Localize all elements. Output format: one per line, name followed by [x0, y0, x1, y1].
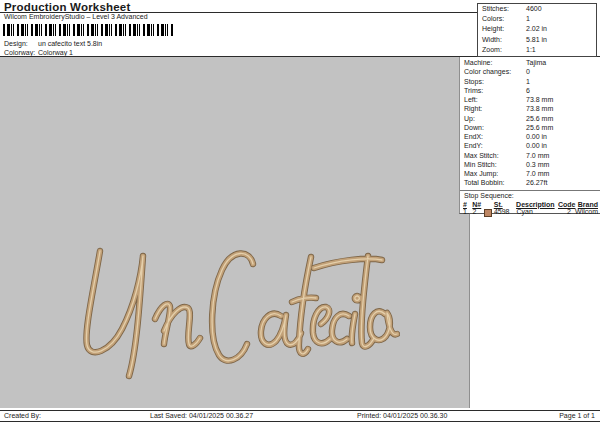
- footer-top-divider: [0, 410, 600, 411]
- col-header-num: #: [463, 201, 472, 208]
- machine-label: Max Jump:: [464, 170, 498, 177]
- machine-label: Trims:: [464, 87, 483, 94]
- col-header-code: Code: [558, 201, 571, 208]
- machine-row: Right:73.8 mm: [460, 105, 600, 114]
- summary-label: Width:: [482, 36, 502, 43]
- stop-num: 1.: [463, 208, 472, 215]
- machine-label: Max Stitch:: [464, 152, 499, 159]
- summary-row: Colors:1: [478, 15, 596, 25]
- design-canvas: [0, 57, 470, 408]
- stop-sequence-header-row: # N# St. Description Code Brand: [460, 201, 600, 208]
- machine-value: 25.6 mm: [526, 124, 553, 131]
- design-text-svg: [70, 243, 400, 383]
- production-worksheet-page: Production Worksheet Wilcom EmbroiderySt…: [0, 0, 600, 424]
- machine-value: 25.6 mm: [526, 115, 553, 122]
- stop-sequence-table: # N# St. Description Code Brand 1. 2 459…: [460, 201, 600, 218]
- machine-row: Up:25.6 mm: [460, 115, 600, 124]
- machine-label: Machine:: [464, 59, 492, 66]
- machine-label: Left:: [464, 96, 478, 103]
- summary-label: Stitches:: [482, 5, 509, 12]
- machine-label: EndX:: [464, 133, 483, 140]
- design-value: un cafecito text 5.8in: [38, 40, 102, 47]
- col-header-description: Description: [516, 201, 558, 208]
- design-summary-box: Stitches:4600 Colors:1 Height:2.02 in Wi…: [477, 3, 597, 57]
- col-header-brand: Brand: [571, 201, 600, 208]
- colorway-row: Colorway:Colorway 1: [4, 49, 73, 56]
- summary-row: Stitches:4600: [478, 5, 596, 15]
- colorway-value: Colorway 1: [38, 49, 73, 56]
- col-header-n: N#: [472, 201, 483, 208]
- summary-value: 5.81 in: [526, 36, 547, 43]
- stop-code: 2: [559, 208, 571, 215]
- summary-row: Width:5.81 in: [478, 36, 596, 46]
- machine-row: Down:25.6 mm: [460, 124, 600, 133]
- machine-row: Color changes:0: [460, 68, 600, 77]
- page-number: Page 1 of 1: [559, 412, 595, 419]
- summary-value: 4600: [526, 5, 542, 12]
- summary-row: Height:2.02 in: [478, 25, 596, 35]
- last-saved-text: Last Saved: 04/01/2025 00.36.27: [150, 412, 253, 419]
- machine-label: Min Stitch:: [464, 161, 497, 168]
- machine-label: Stops:: [464, 78, 484, 85]
- created-by-label: Created By:: [4, 412, 41, 419]
- machine-row: Machine:Tajima: [460, 59, 600, 68]
- machine-value: 7.0 mm: [526, 170, 549, 177]
- machine-row: Max Jump:7.0 mm: [460, 170, 600, 179]
- thread-color-swatch: [484, 209, 492, 217]
- summary-value: 2.02 in: [526, 25, 547, 32]
- stop-stitches: 4598: [494, 208, 517, 215]
- machine-row: Left:73.8 mm: [460, 96, 600, 105]
- summary-row: Zoom:1:1: [478, 46, 596, 56]
- design-barcode: [3, 24, 175, 36]
- machine-value: 0: [526, 68, 530, 75]
- machine-label: Right:: [464, 105, 482, 112]
- machine-value: 7.0 mm: [526, 152, 549, 159]
- machine-label: Color changes:: [464, 68, 511, 75]
- machine-label: Down:: [464, 124, 484, 131]
- machine-value: 0.00 in: [526, 133, 547, 140]
- col-header-st: St.: [494, 201, 516, 208]
- colorway-label: Colorway:: [4, 49, 38, 56]
- design-row: Design:un cafecito text 5.8in: [4, 40, 102, 47]
- machine-row: EndX:0.00 in: [460, 133, 600, 142]
- machine-row: Max Stitch:7.0 mm: [460, 152, 600, 161]
- machine-value: 73.8 mm: [526, 105, 553, 112]
- stop-sequence-row: 1. 2 4598 Cyan 2 Wilcom: [460, 208, 600, 218]
- summary-label: Colors:: [482, 15, 504, 22]
- machine-label: EndY:: [464, 142, 483, 149]
- footer-bottom-divider: [0, 421, 600, 422]
- machine-row: EndY:0.00 in: [460, 142, 600, 151]
- machine-value: 0.00 in: [526, 142, 547, 149]
- summary-value: 1: [526, 15, 530, 22]
- machine-label: Total Bobbin:: [464, 179, 504, 186]
- machine-value: 0.3 mm: [526, 161, 549, 168]
- stop-sequence-title: Stop Sequence:: [460, 190, 600, 201]
- design-label: Design:: [4, 40, 38, 47]
- swatch-cell: [484, 208, 494, 218]
- summary-value: 1:1: [526, 46, 536, 53]
- machine-value: 6: [526, 87, 530, 94]
- machine-row: Trims:6: [460, 87, 600, 96]
- machine-value: Tajima: [526, 59, 546, 66]
- summary-label: Height:: [482, 25, 504, 32]
- summary-label: Zoom:: [482, 46, 502, 53]
- stop-brand: Wilcom: [571, 208, 600, 215]
- machine-value: 1: [526, 78, 530, 85]
- machine-row: Stops:1: [460, 78, 600, 87]
- stop-description: Cyan: [516, 208, 558, 215]
- machine-info-panel: Machine:Tajima Color changes:0 Stops:1 T…: [459, 57, 600, 214]
- printed-text: Printed: 04/01/2025 00.36.30: [357, 412, 447, 419]
- machine-row: Min Stitch:0.3 mm: [460, 161, 600, 170]
- machine-value: 73.8 mm: [526, 96, 553, 103]
- machine-row: Total Bobbin:26.27ft: [460, 179, 600, 188]
- stop-needle: 2: [472, 208, 483, 215]
- machine-label: Up:: [464, 115, 475, 122]
- machine-value: 26.27ft: [526, 179, 547, 186]
- app-subtitle: Wilcom EmbroideryStudio – Level 3 Advanc…: [4, 13, 148, 20]
